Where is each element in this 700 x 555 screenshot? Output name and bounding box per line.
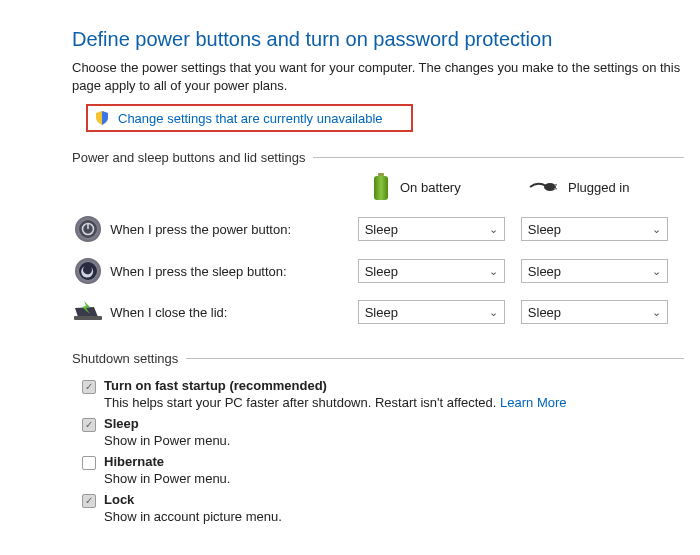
lock-title: Lock [104,492,134,507]
chevron-down-icon: ⌄ [652,265,661,278]
sleep-button-plugged-value: Sleep [528,264,561,279]
power-button-label: When I press the power button: [104,222,357,237]
learn-more-link[interactable]: Learn More [500,395,566,410]
row-close-lid: When I close the lid: Sleep ⌄ Sleep ⌄ [72,299,684,325]
chevron-down-icon: ⌄ [489,265,498,278]
chevron-down-icon: ⌄ [489,223,498,236]
column-headers: On battery Plugged in [72,173,684,201]
power-button-plugged-value: Sleep [528,222,561,237]
sleep-title: Sleep [104,416,139,431]
header-plugged-in: Plugged in [528,179,684,195]
sleep-checkbox[interactable] [82,418,96,432]
section-power-sleep-label: Power and sleep buttons and lid settings [72,150,305,165]
change-settings-link[interactable]: Change settings that are currently unava… [118,111,383,126]
divider [313,157,684,158]
fast-startup-desc: This helps start your PC faster after sh… [104,395,500,410]
page-title: Define power buttons and turn on passwor… [72,28,684,51]
row-power-button: When I press the power button: Sleep ⌄ S… [72,215,684,243]
row-sleep-button: When I press the sleep button: Sleep ⌄ S… [72,257,684,285]
svg-rect-8 [87,223,89,229]
intro-text: Choose the power settings that you want … [72,59,684,94]
close-lid-plugged-value: Sleep [528,305,561,320]
shutdown-item-lock: Lock Show in account picture menu. [82,492,684,524]
hibernate-desc: Show in Power menu. [104,471,230,486]
sleep-button-battery-value: Sleep [365,264,398,279]
close-lid-battery-select[interactable]: Sleep ⌄ [358,300,505,324]
fast-startup-checkbox[interactable] [82,380,96,394]
sleep-button-battery-select[interactable]: Sleep ⌄ [358,259,505,283]
section-shutdown: Shutdown settings [72,351,684,366]
divider [186,358,684,359]
chevron-down-icon: ⌄ [489,306,498,319]
close-lid-battery-value: Sleep [365,305,398,320]
power-button-battery-select[interactable]: Sleep ⌄ [358,217,505,241]
close-lid-plugged-select[interactable]: Sleep ⌄ [521,300,668,324]
fast-startup-desc-row: This helps start your PC faster after sh… [104,395,567,410]
sleep-button-icon [72,257,104,285]
fast-startup-title: Turn on fast startup (recommended) [104,378,327,393]
svg-rect-0 [378,173,384,176]
shutdown-item-hibernate: Hibernate Show in Power menu. [82,454,684,486]
hibernate-title: Hibernate [104,454,164,469]
lock-checkbox[interactable] [82,494,96,508]
header-on-battery: On battery [372,173,528,201]
svg-rect-4 [554,188,557,190]
chevron-down-icon: ⌄ [652,223,661,236]
lock-desc: Show in account picture menu. [104,509,282,524]
battery-icon [372,173,390,201]
chevron-down-icon: ⌄ [652,306,661,319]
power-button-icon [72,215,104,243]
svg-rect-11 [74,316,102,320]
shutdown-item-sleep: Sleep Show in Power menu. [82,416,684,448]
sleep-button-label: When I press the sleep button: [104,264,357,279]
svg-rect-3 [554,184,557,186]
shutdown-item-fast-startup: Turn on fast startup (recommended) This … [82,378,684,410]
section-shutdown-label: Shutdown settings [72,351,178,366]
header-on-battery-label: On battery [400,180,461,195]
laptop-lid-icon [72,299,104,325]
plug-icon [528,179,558,195]
header-plugged-in-label: Plugged in [568,180,629,195]
shield-icon [94,110,110,126]
hibernate-checkbox[interactable] [82,456,96,470]
section-power-sleep: Power and sleep buttons and lid settings [72,150,684,165]
close-lid-label: When I close the lid: [104,305,357,320]
sleep-button-plugged-select[interactable]: Sleep ⌄ [521,259,668,283]
power-button-battery-value: Sleep [365,222,398,237]
sleep-desc: Show in Power menu. [104,433,230,448]
change-settings-region: Change settings that are currently unava… [86,104,413,132]
power-button-plugged-select[interactable]: Sleep ⌄ [521,217,668,241]
svg-rect-1 [374,176,388,200]
